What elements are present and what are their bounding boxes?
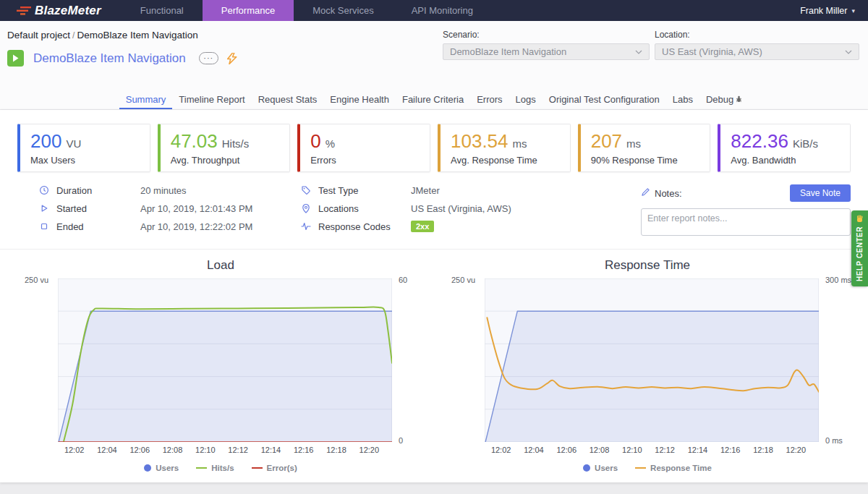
x-tick: 12:10 [195, 446, 216, 454]
detail-row-started: StartedApr 10, 2019, 12:01:43 PM [39, 203, 301, 214]
legend-item-hits-s[interactable]: Hits/s [196, 464, 234, 472]
kpi-card-max-users: 200VUMax Users [17, 124, 150, 172]
detail-row-locations: LocationsUS East (Virginia, AWS) [301, 203, 630, 214]
tab-engine-health[interactable]: Engine Health [323, 90, 396, 109]
breadcrumb-separator: / [70, 30, 77, 41]
scenario-select[interactable]: DemoBlaze Item Navigation [443, 43, 650, 60]
tab-summary[interactable]: Summary [119, 90, 173, 109]
legend-label: Response Time [650, 464, 712, 472]
legend-item-response-time[interactable]: Response Time [635, 464, 712, 472]
tab-labs[interactable]: Labs [666, 90, 699, 109]
right-axis-top-label: 300 ms [820, 276, 851, 284]
lightning-bolt-icon[interactable] [227, 53, 237, 64]
user-menu[interactable]: Frank Miller ▾ [800, 0, 855, 21]
notes-label: Notes: [655, 188, 682, 199]
detail-label: Ended [56, 221, 140, 232]
nav-item-mock-services[interactable]: Mock Services [294, 0, 393, 21]
x-tick: 12:16 [294, 446, 314, 454]
save-note-button[interactable]: Save Note [790, 184, 851, 202]
kpi-unit: ms [626, 137, 641, 150]
brand-name: BlazeMeter [35, 4, 101, 18]
legend-item-error-s[interactable]: Error(s) [252, 464, 297, 472]
report-header: Default project/DemoBlaze Item Navigatio… [0, 21, 868, 90]
detail-column-times: Duration20 minutesStartedApr 10, 2019, 1… [17, 184, 301, 239]
x-tick: 12:04 [97, 446, 117, 454]
kpi-value: 103.54 [451, 130, 509, 152]
breadcrumb-project[interactable]: Default project [7, 30, 70, 41]
kpi-value: 47.03 [171, 130, 218, 152]
tab-request-stats[interactable]: Request Stats [252, 90, 324, 109]
legend-marker [583, 464, 590, 472]
chart-legend: UsersResponse Time [444, 464, 851, 482]
chart-response-time: Response Time250 vu300 ms0 ms12:0212:041… [434, 258, 861, 482]
pulse-icon [301, 221, 312, 231]
detail-value: JMeter [411, 185, 440, 196]
play-icon [39, 203, 50, 213]
legend-item-users[interactable]: Users [583, 464, 618, 472]
detail-label: Test Type [318, 185, 411, 196]
detail-value: 20 minutes [140, 185, 187, 196]
kpi-label: Avg. Throughput [171, 155, 280, 166]
detail-label: Response Codes [318, 221, 411, 232]
charts-row: Load250 vu60012:0212:0412:0612:0812:1012… [0, 249, 868, 482]
kpi-value: 822.36 [731, 130, 788, 152]
x-tick: 12:10 [622, 446, 642, 454]
chart-legend: UsersHits/sError(s) [17, 464, 424, 482]
x-tick: 12:06 [129, 446, 150, 454]
x-tick: 12:20 [359, 446, 380, 454]
kpi-unit: Hits/s [222, 137, 250, 150]
x-tick: 12:16 [720, 446, 741, 454]
nav-item-api-monitoring[interactable]: API Monitoring [393, 0, 492, 21]
legend-label: Users [156, 464, 179, 472]
x-tick: 12:02 [491, 446, 511, 454]
tag-icon [301, 185, 312, 195]
location-select[interactable]: US East (Virginia, AWS) [655, 43, 859, 60]
detail-row-ended: EndedApr 10, 2019, 12:22:02 PM [39, 221, 301, 232]
play-icon [12, 54, 19, 62]
notes-section: Notes: Save Note [641, 184, 851, 239]
kpi-value: 0 [310, 130, 320, 152]
right-axis-bottom-label: 0 ms [820, 436, 851, 445]
kpi-row: 200VUMax Users47.03Hits/sAvg. Throughput… [0, 110, 868, 172]
x-tick: 12:14 [261, 446, 281, 454]
tab-timeline-report[interactable]: Timeline Report [172, 90, 251, 109]
tab-debug[interactable]: Debug [699, 90, 749, 109]
tab-original-test-configuration[interactable]: Original Test Configuration [542, 90, 666, 109]
breadcrumb: Default project/DemoBlaze Item Navigatio… [7, 30, 237, 41]
report-notes-input[interactable] [641, 208, 851, 236]
x-tick: 12:20 [786, 446, 807, 454]
run-test-button[interactable] [7, 50, 24, 67]
x-tick: 12:18 [753, 446, 773, 454]
legend-label: Users [595, 464, 618, 472]
page: BlazeMeter FunctionalPerformanceMock Ser… [0, 0, 868, 494]
location-value: US East (Virginia, AWS) [662, 46, 762, 57]
help-center-tab[interactable]: HELP CENTER [851, 210, 868, 286]
legend-item-users[interactable]: Users [144, 464, 179, 472]
kpi-card-90-response-time: 207ms90% Response Time [578, 124, 711, 172]
legend-marker [252, 467, 263, 469]
tab-errors[interactable]: Errors [470, 90, 509, 109]
left-axis-label: 250 vu [17, 276, 54, 284]
x-tick: 12:12 [655, 446, 675, 454]
response-code-badge: 2xx [411, 221, 434, 232]
nav-item-functional[interactable]: Functional [122, 0, 203, 21]
kpi-card-avg-response-time: 103.54msAvg. Response Time [438, 124, 571, 172]
clock-icon [39, 185, 50, 195]
test-title[interactable]: DemoBlaze Item Navigation [33, 51, 186, 66]
detail-row-duration: Duration20 minutes [39, 184, 301, 196]
nav-item-performance[interactable]: Performance [203, 0, 294, 21]
tabs-row: SummaryTimeline ReportRequest StatsEngin… [0, 90, 868, 110]
kpi-value: 207 [591, 130, 622, 152]
detail-row-response-codes: Response Codes2xx [301, 221, 630, 232]
detail-label: Started [56, 203, 140, 214]
tab-logs[interactable]: Logs [509, 90, 542, 109]
more-options-button[interactable]: ··· [199, 52, 218, 64]
x-tick: 12:14 [688, 446, 708, 454]
pin-icon [301, 203, 312, 213]
scenario-value: DemoBlaze Item Navigation [450, 46, 566, 57]
blazemeter-logo[interactable]: BlazeMeter [14, 0, 101, 21]
kpi-unit: KiB/s [793, 137, 818, 150]
tab-failure-criteria[interactable]: Failure Criteria [396, 90, 470, 109]
kpi-label: Avg. Response Time [451, 155, 560, 166]
main-nav: FunctionalPerformanceMock ServicesAPI Mo… [122, 0, 492, 21]
